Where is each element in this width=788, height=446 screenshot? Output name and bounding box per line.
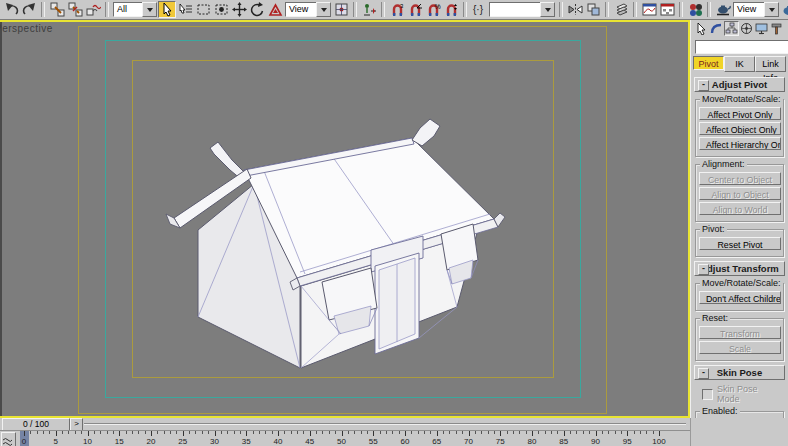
curve-editor-button[interactable]: [640, 1, 658, 18]
ruler-tick: [570, 431, 571, 434]
ruler-tick: [88, 431, 89, 436]
track-bar[interactable]: 0510152025303540455055606570758085909510…: [0, 430, 690, 446]
ruler-tick: [291, 431, 292, 434]
house-model[interactable]: [0, 22, 688, 416]
rollout-header-adjust-transform[interactable]: - Adjust Transform: [694, 261, 785, 276]
material-editor-button[interactable]: [686, 1, 704, 18]
group-reset: Reset: Transform Scale: [695, 318, 784, 361]
rectangular-selection-region-button[interactable]: [194, 1, 212, 18]
time-slider-track[interactable]: [84, 423, 686, 425]
ruler-tick: [615, 431, 616, 434]
ruler-tick: [532, 431, 533, 436]
select-and-link-button[interactable]: [48, 1, 66, 18]
ruler-tick: [513, 431, 514, 434]
rollout-header-adjust-pivot[interactable]: - Adjust Pivot: [694, 77, 785, 92]
render-type-dropdown[interactable]: View: [733, 2, 779, 17]
dropdown-arrow-icon[interactable]: [316, 2, 331, 17]
edit-named-selection-sets-button[interactable]: {·}: [470, 1, 488, 18]
ruler-tick: [195, 431, 196, 434]
quick-render-button[interactable]: [780, 1, 788, 18]
undo-button[interactable]: [2, 1, 20, 18]
ruler-tick: [259, 431, 260, 434]
spinner-snap-toggle-button[interactable]: [442, 1, 460, 18]
ruler-tick: [481, 431, 482, 434]
ruler-tick: [100, 431, 101, 434]
hierarchy-subtabs: Pivot IK Link Info: [691, 55, 788, 73]
align-button[interactable]: [584, 1, 602, 18]
snap-toggle-3d-button[interactable]: 3: [388, 1, 406, 18]
collapse-icon[interactable]: -: [698, 368, 709, 379]
ruler-tick: [145, 431, 146, 434]
collapse-icon[interactable]: -: [698, 264, 709, 275]
ruler-tick: [373, 431, 374, 436]
angle-snap-toggle-button[interactable]: [406, 1, 424, 18]
named-selection-sets-dropdown[interactable]: [489, 2, 555, 17]
ruler-tick: [443, 431, 444, 434]
ruler-tick: [119, 431, 120, 436]
affect-hierarchy-only-button[interactable]: Affect Hierarchy Only: [699, 137, 781, 150]
ruler-tick: [278, 431, 279, 436]
ruler-tick: [646, 431, 647, 434]
tab-hierarchy[interactable]: [724, 21, 739, 36]
ruler-tick: [392, 431, 393, 434]
object-name-field[interactable]: [695, 40, 788, 54]
affect-pivot-only-button[interactable]: Affect Pivot Only: [699, 107, 781, 120]
redo-button[interactable]: [20, 1, 38, 18]
schematic-view-button[interactable]: [658, 1, 676, 18]
group-label: Alignment:: [700, 159, 747, 169]
reference-coordinate-system-dropdown[interactable]: View: [285, 2, 331, 17]
ruler-tick-label: 70: [464, 437, 473, 446]
select-and-rotate-button[interactable]: [248, 1, 266, 18]
dont-affect-children-button[interactable]: Don't Affect Children: [699, 291, 781, 304]
collapse-icon[interactable]: -: [698, 80, 709, 91]
use-pivot-point-center-button[interactable]: [332, 1, 350, 18]
render-setup-button[interactable]: [714, 1, 732, 18]
time-slider[interactable]: 0 / 100 >: [0, 418, 690, 430]
dropdown-arrow-icon[interactable]: [142, 2, 157, 17]
ruler-tick: [215, 431, 216, 436]
mirror-button[interactable]: [566, 1, 584, 18]
ruler-tick: [602, 431, 603, 434]
select-by-name-button[interactable]: [176, 1, 194, 18]
tab-utilities[interactable]: [769, 21, 784, 36]
select-and-move-button[interactable]: [230, 1, 248, 18]
align-to-world-button: Align to World: [699, 202, 781, 215]
ruler-tick: [107, 431, 108, 434]
ruler-tick: [183, 431, 184, 436]
reset-pivot-button[interactable]: Reset Pivot: [699, 237, 781, 250]
affect-object-only-button[interactable]: Affect Object Only: [699, 122, 781, 135]
track-bar-ruler[interactable]: 0510152025303540455055606570758085909510…: [0, 431, 690, 446]
select-object-button[interactable]: [158, 1, 176, 18]
tab-display[interactable]: [754, 21, 769, 36]
bind-to-space-warp-button[interactable]: [84, 1, 102, 18]
subtab-pivot[interactable]: Pivot: [693, 56, 724, 70]
viewport-perspective[interactable]: Perspective: [0, 20, 690, 418]
dropdown-arrow-icon[interactable]: [764, 2, 779, 17]
ruler-tick: [240, 431, 241, 434]
select-and-manipulate-button[interactable]: [360, 1, 378, 18]
tab-create[interactable]: [694, 21, 709, 36]
select-and-scale-button[interactable]: [266, 1, 284, 18]
rollout-header-skin-pose[interactable]: - Skin Pose: [694, 365, 785, 380]
ruler-tick: [640, 431, 641, 434]
window-crossing-button[interactable]: [212, 1, 230, 18]
dropdown-arrow-icon[interactable]: [540, 2, 555, 17]
ruler-tick: [189, 431, 190, 434]
selection-filter-dropdown[interactable]: All: [113, 2, 157, 17]
subtab-ik[interactable]: IK: [724, 56, 755, 72]
unlink-selection-button[interactable]: [66, 1, 84, 18]
ruler-tick: [30, 431, 31, 434]
ruler-tick: [81, 431, 82, 434]
percent-snap-toggle-button[interactable]: %: [424, 1, 442, 18]
toolbar-separator: [105, 2, 109, 17]
ruler-tick-label: 50: [337, 437, 346, 446]
ruler-tick-label: 65: [432, 437, 441, 446]
ruler-tick: [456, 431, 457, 434]
layer-manager-button[interactable]: [612, 1, 630, 18]
tab-modify[interactable]: [709, 21, 724, 36]
toolbar-separator: [41, 2, 45, 17]
subtab-link-info[interactable]: Link Info: [755, 56, 786, 72]
tab-motion[interactable]: [739, 21, 754, 36]
ruler-tick: [234, 431, 235, 434]
toolbar-separator: [463, 2, 467, 17]
